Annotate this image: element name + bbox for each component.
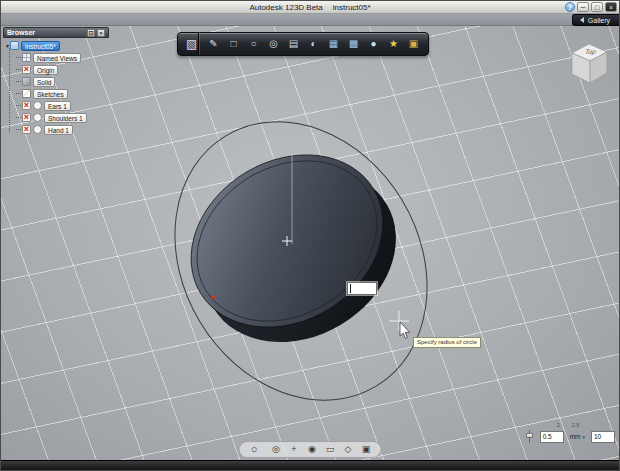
view-cube[interactable]: Top — [562, 38, 614, 90]
browser-item-ears[interactable]: ▾ × Ears 1 — [16, 100, 109, 111]
browser-item-origin[interactable]: ▾ × Origin — [16, 64, 109, 75]
visibility-off-icon[interactable]: × — [22, 101, 31, 110]
browser-item-label[interactable]: Hand 1 — [44, 125, 73, 135]
browser-item-label[interactable]: Named Views — [33, 53, 81, 63]
browser-item-solid[interactable]: ▾ × Solid — [16, 76, 109, 87]
gallery-button[interactable]: Gallery — [572, 14, 619, 26]
minimize-button[interactable]: ─ — [577, 2, 589, 12]
pan-icon[interactable]: + — [289, 442, 300, 457]
sphere-primitive-icon[interactable]: ○ — [247, 33, 260, 55]
top-strip: Gallery — [1, 14, 619, 26]
item-type-icon — [22, 53, 31, 62]
view-sphere-icon[interactable]: ○ — [249, 442, 260, 457]
browser-tree: ▾ × instruct05* ▾ × Named Views ▾ × Orig… — [3, 38, 109, 135]
chevron-down-icon: ▾ — [582, 434, 585, 440]
sketch-point-left[interactable] — [212, 296, 215, 299]
main-toolbar: ▧ ✎ □ ○ ◎ ▤ ◐ ▦ ▩ ● ★ ▣ — [177, 32, 429, 56]
slider-tick-labels: 2 2.5 — [557, 422, 615, 429]
restore-button[interactable]: □ — [591, 2, 603, 12]
crosshair-cursor-icon — [389, 311, 410, 338]
snap-settings-icon[interactable]: ★ — [387, 33, 400, 55]
expander-icon[interactable]: ▾ — [6, 42, 9, 49]
browser-item-label[interactable]: Sketches — [33, 89, 68, 99]
look-at-icon[interactable]: ◇ — [343, 442, 354, 457]
browser-panel: Browser ⊡ × ▾ × instruct05* ▾ × Named Vi… — [3, 27, 109, 135]
combine-icon[interactable]: ▩ — [347, 33, 360, 55]
tick-label: 2.5 — [572, 422, 580, 429]
close-panel-icon[interactable]: × — [97, 29, 105, 37]
folder-icon[interactable]: ▣ — [407, 33, 420, 55]
close-button[interactable]: × — [605, 2, 617, 12]
item-type-icon — [22, 77, 31, 86]
browser-item-label[interactable]: Origin — [33, 65, 58, 75]
visibility-off-icon[interactable]: × — [22, 113, 31, 122]
browser-item-named-views[interactable]: ▾ × Named Views — [16, 52, 109, 63]
browser-panel-header[interactable]: Browser ⊡ × — [3, 27, 109, 38]
item-type-icon — [33, 113, 42, 122]
dock-panel-icon[interactable]: ⊡ — [87, 29, 95, 37]
units-value: mm — [570, 433, 581, 440]
browser-item-hand[interactable]: ▾ × Hand 1 — [16, 124, 109, 135]
browser-item-sketches[interactable]: ▾ × Sketches — [16, 88, 109, 99]
browser-item-label[interactable]: instruct05* — [21, 41, 60, 51]
app-window: Autodesk 123D Beta instruct05* ? ─ □ × G… — [0, 0, 620, 471]
tick-label: 2 — [557, 422, 560, 429]
browser-panel-title: Browser — [7, 29, 35, 36]
pattern-icon[interactable]: ▦ — [327, 33, 340, 55]
cylinder-primitive-icon[interactable]: ◎ — [267, 33, 280, 55]
document-title: instruct05* — [333, 3, 371, 12]
item-type-icon — [33, 125, 42, 134]
material-icon[interactable]: ● — [367, 33, 380, 55]
slider-knob-icon[interactable] — [526, 433, 533, 438]
item-type-icon — [22, 89, 31, 98]
collapse-arrow-icon — [580, 17, 584, 23]
browser-item-label[interactable]: Ears 1 — [44, 101, 71, 111]
browser-item-document[interactable]: ▾ × instruct05* — [6, 40, 109, 51]
visibility-off-icon[interactable]: × — [22, 125, 31, 134]
fit-view-icon[interactable]: ▭ — [325, 442, 336, 457]
visibility-off-icon[interactable]: × — [22, 65, 31, 74]
gallery-label: Gallery — [588, 17, 610, 24]
units-select[interactable]: mm ▾ — [570, 433, 585, 440]
zoom-icon[interactable]: ◉ — [307, 442, 318, 457]
item-type-icon — [33, 101, 42, 110]
grid-controls: 2 2.5 0.5 mm ▾ 10 — [525, 422, 615, 444]
radius-input[interactable] — [347, 282, 377, 295]
status-bar — [1, 460, 619, 470]
help-button[interactable]: ? — [565, 2, 575, 12]
app-title: Autodesk 123D Beta — [249, 3, 322, 12]
browser-item-label[interactable]: Solid — [33, 77, 55, 87]
extrude-icon[interactable]: ▤ — [287, 33, 300, 55]
display-settings-icon[interactable]: ▣ — [361, 442, 372, 457]
snap-value-input[interactable]: 0.5 — [540, 431, 564, 443]
primitives-menu-icon[interactable]: ▧ — [186, 33, 199, 55]
sketch-icon[interactable]: ✎ — [207, 33, 220, 55]
tooltip: Specify radius of circle — [413, 337, 481, 348]
snap-slider[interactable] — [525, 429, 534, 444]
navigation-toolbar: ○ ◎ + ◉ ▭ ◇ ▣ — [239, 441, 382, 458]
box-primitive-icon[interactable]: □ — [227, 33, 240, 55]
text-caret — [350, 284, 351, 293]
tree-connector-line — [9, 48, 10, 133]
grid-size-input[interactable]: 10 — [591, 431, 615, 443]
browser-item-label[interactable]: Shoulders 1 — [44, 113, 87, 123]
revolve-icon[interactable]: ◐ — [307, 33, 320, 55]
title-bar: Autodesk 123D Beta instruct05* ? ─ □ × — [1, 1, 619, 14]
browser-item-shoulders[interactable]: ▾ × Shoulders 1 — [16, 112, 109, 123]
item-type-icon — [10, 41, 19, 50]
orbit-icon[interactable]: ◎ — [271, 442, 282, 457]
